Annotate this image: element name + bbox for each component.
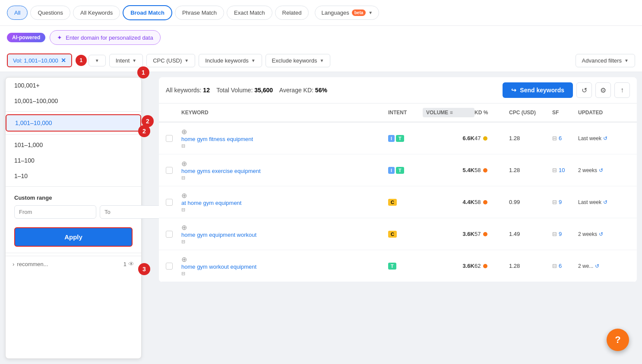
apply-button[interactable]: Apply: [14, 227, 133, 247]
tab-exact-match[interactable]: Exact Match: [227, 6, 272, 20]
exclude-chevron-icon: ▼: [319, 58, 324, 63]
chevron-down-icon: ▼: [368, 10, 373, 15]
chevron-right-icon: ›: [13, 261, 14, 267]
kd-cell-2: 58: [474, 167, 509, 173]
intent-badge-t-1: T: [396, 135, 404, 142]
keyword-link-1[interactable]: home gym fitness equipment: [181, 136, 388, 142]
filter-row: Vol: 1,001–10,000 ✕ 1 ▼ Intent ▼ CPC (US…: [0, 49, 642, 72]
keyword-link-2[interactable]: home gyms exercise equipment: [181, 168, 388, 174]
include-keywords-dropdown[interactable]: Include keywords ▼: [199, 54, 262, 67]
edit-icon-5: ⊟: [181, 271, 388, 276]
col-volume-header[interactable]: Volume ≡: [423, 108, 474, 117]
sparkle-icon: ✦: [57, 34, 62, 41]
kd-badge[interactable]: 1: [76, 55, 87, 66]
tab-all[interactable]: All: [7, 6, 28, 20]
table-row: ⊕ home gym workout equipment ⊟ T 3.6K 62…: [159, 250, 637, 282]
languages-dropdown[interactable]: Languages beta ▼: [315, 6, 379, 20]
keyword-link-5[interactable]: home gym workout equipment: [181, 264, 388, 270]
keyword-link-4[interactable]: home gym equipment workout: [181, 232, 388, 238]
tab-related[interactable]: Related: [275, 6, 309, 20]
refresh-icon-1[interactable]: ↺: [603, 135, 607, 141]
kd-dot-1: [483, 136, 487, 141]
kd-filter-group: 1 ▼: [76, 55, 106, 66]
vol-option-11-100[interactable]: 11–100: [6, 153, 141, 168]
volume-cell-3: 4.4K: [423, 199, 474, 205]
intent-cell-4: C: [388, 231, 423, 238]
total-volume-value: 35,600: [254, 87, 273, 94]
vol-option-10k-100k[interactable]: 10,001–100,000: [6, 93, 141, 109]
tab-phrase-match[interactable]: Phrase Match: [175, 6, 224, 20]
all-keywords-value: 12: [203, 87, 210, 94]
cpc-dropdown[interactable]: CPC (USD) ▼: [146, 54, 195, 67]
kd-dot-4: [483, 232, 487, 236]
tab-broad-match[interactable]: Broad Match: [123, 5, 172, 20]
row-checkbox-5[interactable]: [166, 263, 173, 270]
cpc-label: CPC (USD): [153, 57, 182, 64]
custom-range-label: Custom range: [14, 195, 133, 201]
plus-icon-4[interactable]: ⊕: [181, 223, 388, 232]
export-button[interactable]: ↑: [614, 82, 630, 98]
refresh-icon-5[interactable]: ↺: [595, 263, 599, 269]
from-input[interactable]: [14, 205, 96, 219]
vol-option-1-10[interactable]: 1–10: [6, 168, 141, 184]
step-2-overlay: 2: [138, 125, 150, 137]
vol-option-101-1k[interactable]: 101–1,000: [6, 137, 141, 153]
settings-button[interactable]: ⚙: [595, 82, 611, 98]
intent-chevron-icon: ▼: [132, 58, 136, 63]
divider-3: [6, 186, 141, 187]
tab-questions[interactable]: Questions: [30, 6, 70, 20]
volume-cell-2: 5.4K: [423, 167, 474, 173]
plus-icon-1[interactable]: ⊕: [181, 128, 388, 136]
tab-all-keywords[interactable]: All Keywords: [73, 6, 120, 20]
exclude-keywords-dropdown[interactable]: Exclude keywords ▼: [266, 54, 331, 67]
volume-filter[interactable]: Vol: 1,001–10,000 ✕: [7, 53, 72, 67]
advanced-filters-label: Advanced filters: [582, 57, 622, 64]
keyword-link-3[interactable]: at home gym equipment: [181, 200, 388, 206]
plus-icon-5[interactable]: ⊕: [181, 255, 388, 264]
intent-dropdown[interactable]: Intent ▼: [109, 54, 143, 67]
intent-badge-t-5: T: [388, 263, 396, 270]
kd-dropdown-toggle[interactable]: ▼: [89, 55, 106, 66]
refresh-icon-4[interactable]: ↺: [599, 231, 603, 237]
exclude-label: Exclude keywords: [272, 57, 317, 64]
help-fab-button[interactable]: ?: [607, 329, 629, 351]
send-keywords-label: Send keywords: [520, 87, 564, 94]
refresh-icon: ↺: [582, 86, 587, 94]
kd-cell-5: 62: [474, 263, 509, 269]
col-intent-header: Intent: [388, 110, 423, 116]
intent-cell-5: T: [388, 263, 423, 270]
vol-option-1k-10k[interactable]: 1,001–10,000: [6, 114, 141, 132]
row-checkbox-4[interactable]: [166, 231, 173, 238]
sf-value-3: 9: [559, 199, 562, 205]
sf-value-1: 6: [559, 135, 562, 141]
refresh-icon-3[interactable]: ↺: [603, 199, 607, 205]
plus-icon-2[interactable]: ⊕: [181, 160, 388, 168]
intent-badge-t-2: T: [396, 167, 404, 174]
step-1-badge: 1: [137, 66, 149, 78]
row-checkbox-2[interactable]: [166, 167, 173, 174]
updated-cell-3: Last week ↺: [578, 199, 630, 205]
stats-actions: ↪ Send keywords ↺ ⚙ ↑: [503, 82, 630, 98]
plus-icon-3[interactable]: ⊕: [181, 191, 388, 200]
advanced-filters-dropdown[interactable]: Advanced filters ▼: [576, 54, 635, 67]
sf-cell-3: ⊟ 9: [552, 199, 578, 205]
refresh-button[interactable]: ↺: [576, 82, 592, 98]
cpc-cell-4: 1.49: [509, 231, 552, 237]
main-content: 100,001+ 10,001–100,000 1,001–10,000 101…: [0, 72, 642, 364]
step-2-badge-overlay: 2: [138, 125, 150, 137]
intent-badge-i-1: I: [388, 135, 395, 142]
avg-kd-label: Average KD:: [279, 87, 313, 94]
row-checkbox-3[interactable]: [166, 199, 173, 206]
vol-option-100k[interactable]: 100,001+: [6, 78, 141, 93]
close-vol-filter-icon[interactable]: ✕: [61, 57, 66, 64]
keyword-cell-5: ⊕ home gym workout equipment ⊟: [181, 255, 388, 276]
kd-cell-1: 47: [474, 135, 509, 141]
send-keywords-button[interactable]: ↪ Send keywords: [503, 82, 573, 98]
col-keyword-header: Keyword: [181, 110, 388, 116]
volume-cell-1: 6.6K: [423, 135, 474, 141]
advanced-chevron-icon: ▼: [624, 58, 629, 63]
row-checkbox-1[interactable]: [166, 135, 173, 142]
send-icon: ↪: [511, 87, 516, 94]
domain-input-button[interactable]: ✦ Enter domain for personalized data: [50, 30, 160, 45]
refresh-icon-2[interactable]: ↺: [599, 167, 603, 173]
